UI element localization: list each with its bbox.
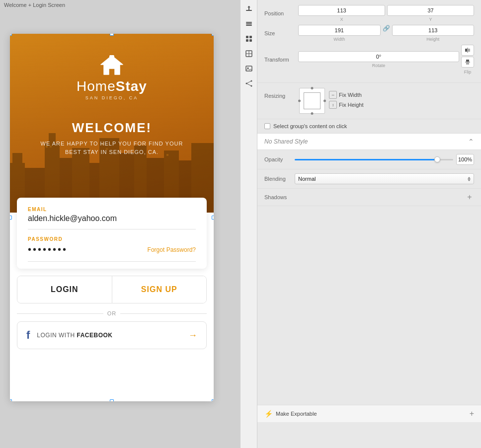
add-shadow-button[interactable]: + <box>465 193 474 202</box>
opacity-thumb <box>434 156 440 162</box>
size-inputs: Width 🔗 Height <box>298 25 474 42</box>
blending-value: Normal <box>298 176 316 182</box>
facebook-login-button[interactable]: f LOGIN WITH FACEBOOK → <box>17 321 207 349</box>
width-input-wrap: Width <box>298 25 381 42</box>
grid-icon[interactable] <box>242 47 256 61</box>
fix-height-option[interactable]: ↕ Fix Height <box>329 101 364 109</box>
properties-panel: Position X Y Size Wid <box>257 0 481 448</box>
y-input[interactable] <box>387 5 474 16</box>
resizing-options: ↔ Fix Width ↕ Fix Height <box>329 91 364 109</box>
lock-icon[interactable]: 🔗 <box>383 25 390 42</box>
svg-rect-47 <box>466 60 469 62</box>
flip-label: Flip <box>464 70 472 75</box>
shared-style-arrow-icon: ⌃ <box>468 138 474 146</box>
opacity-slider[interactable] <box>295 159 453 160</box>
image-icon[interactable] <box>242 62 256 75</box>
svg-rect-28 <box>246 23 252 24</box>
selection-handle-tl[interactable] <box>10 34 12 36</box>
rotate-input[interactable] <box>298 51 459 62</box>
svg-rect-1 <box>12 153 22 163</box>
width-input[interactable] <box>298 25 381 36</box>
add-export-button[interactable]: + <box>470 409 474 418</box>
svg-rect-48 <box>466 63 469 65</box>
blending-arrow-icon <box>468 177 471 181</box>
layers-icon[interactable] <box>242 17 256 31</box>
selection-handle-ml[interactable] <box>10 216 12 220</box>
or-line-left <box>17 313 103 314</box>
fb-left: f LOGIN WITH FACEBOOK <box>26 329 113 342</box>
login-button[interactable]: LOGIN <box>17 276 112 303</box>
phone-mockup: HomeStay SAN DIEGO, CA WELCOME! WE ARE H… <box>10 34 214 401</box>
position-row: Position X Y <box>264 5 474 22</box>
shared-style-row[interactable]: No Shared Style ⌃ <box>257 134 481 150</box>
selection-handle-br[interactable] <box>212 399 214 401</box>
welcome-subtitle: WE ARE HAPPY TO HELP YOU FOR FIND YOURBE… <box>26 140 198 156</box>
svg-rect-33 <box>249 39 252 42</box>
selection-handle-bl[interactable] <box>10 399 12 401</box>
svg-rect-37 <box>246 66 252 71</box>
fb-text: LOGIN WITH FACEBOOK <box>37 332 112 339</box>
welcome-title: WELCOME! <box>26 120 198 136</box>
size-label: Size <box>264 30 295 36</box>
svg-rect-24 <box>246 10 252 11</box>
facebook-icon: f <box>26 329 30 342</box>
resizing-grid[interactable] <box>299 88 325 114</box>
upload-icon[interactable] <box>242 2 256 16</box>
resizing-dot-bottom <box>311 112 314 115</box>
group-content-checkbox[interactable] <box>264 123 270 129</box>
checkbox-row: Select group's content on click <box>257 119 481 134</box>
x-input-wrap: X <box>298 5 385 22</box>
password-row: •••••••• Forgot Password? <box>28 242 196 255</box>
or-text: OR <box>107 310 117 316</box>
opacity-value[interactable]: 100% <box>456 154 474 165</box>
svg-rect-45 <box>468 49 470 52</box>
password-field[interactable]: PASSWORD •••••••• Forgot Password? <box>28 236 196 262</box>
opacity-slider-wrap <box>295 159 453 160</box>
right-panel: Position X Y Size Wid <box>240 0 481 448</box>
signup-button[interactable]: SIGN UP <box>112 276 207 303</box>
width-label: Width <box>333 37 345 42</box>
svg-marker-20 <box>101 56 123 75</box>
svg-rect-31 <box>249 36 252 38</box>
svg-rect-30 <box>246 36 248 38</box>
welcome-section: WELCOME! WE ARE HAPPY TO HELP YOU FOR FI… <box>26 120 198 156</box>
svg-line-43 <box>246 83 251 86</box>
svg-rect-29 <box>246 25 252 26</box>
blending-label: Blending <box>264 176 292 182</box>
toolbar-strip <box>240 0 257 448</box>
resizing-dot-left <box>298 100 301 102</box>
canvas-area: Welcome + Login Screen <box>0 0 240 448</box>
logo-subtitle: SAN DIEGO, CA <box>77 95 147 100</box>
x-input[interactable] <box>298 5 385 16</box>
or-divider: OR <box>17 310 207 316</box>
symbols-icon[interactable] <box>242 32 256 46</box>
flip-vertical-button[interactable] <box>461 57 474 68</box>
selection-handle-bc[interactable] <box>110 399 114 401</box>
blending-select[interactable]: Normal <box>295 173 474 184</box>
email-field[interactable]: EMAIL alden.hickle@yahoo.com <box>28 207 196 229</box>
selection-handle-tc[interactable] <box>110 34 114 36</box>
selection-handle-mr[interactable] <box>212 216 214 220</box>
fix-width-icon: ↔ <box>329 91 337 99</box>
hero-section: HomeStay SAN DIEGO, CA WELCOME! WE ARE H… <box>10 34 214 213</box>
selection-handle-tr[interactable] <box>212 34 214 36</box>
share-icon[interactable] <box>242 76 256 90</box>
fix-height-icon: ↕ <box>329 101 337 109</box>
or-line-right <box>120 313 207 314</box>
login-form: EMAIL alden.hickle@yahoo.com PASSWORD ••… <box>17 198 207 269</box>
email-value: alden.hickle@yahoo.com <box>28 214 196 223</box>
shadows-row: Shadows + <box>257 189 481 206</box>
password-dots: •••••••• <box>28 244 68 255</box>
checkbox-label: Select group's content on click <box>273 123 347 129</box>
fb-arrow-icon: → <box>188 330 197 341</box>
forgot-password-link[interactable]: Forgot Password? <box>148 246 196 253</box>
logo-text: HomeStay <box>77 78 147 94</box>
flip-horizontal-button[interactable] <box>461 45 474 56</box>
transform-row: Transform Rotate Flip <box>264 45 474 75</box>
breadcrumb: Welcome + Login Screen <box>0 0 69 10</box>
svg-rect-32 <box>246 39 248 42</box>
height-input[interactable] <box>392 25 475 36</box>
fix-width-option[interactable]: ↔ Fix Width <box>329 91 364 99</box>
transform-inputs: Rotate Flip <box>298 45 474 75</box>
opacity-label: Opacity <box>264 156 292 162</box>
